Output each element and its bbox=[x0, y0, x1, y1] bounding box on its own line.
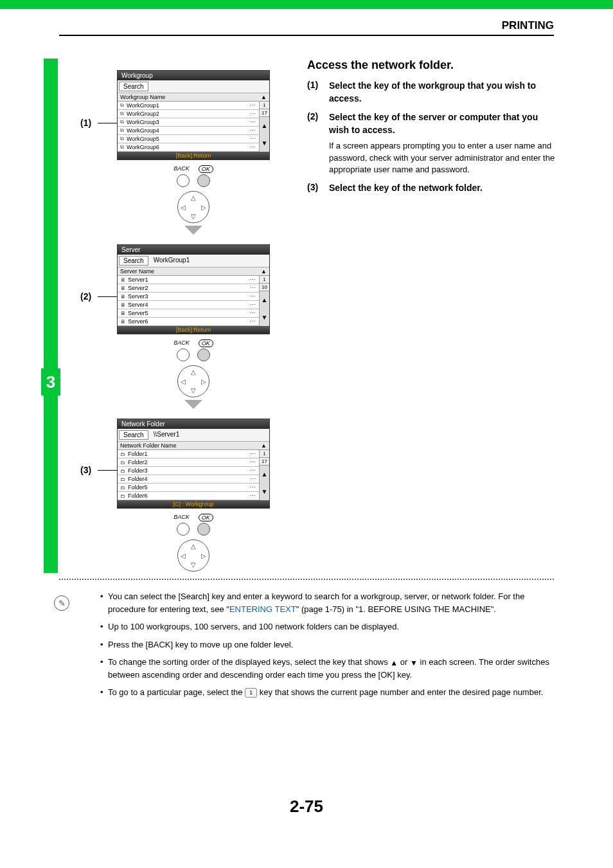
list-item[interactable]: 🖥Server5⋯ bbox=[118, 309, 259, 318]
dpad-right-icon[interactable]: ▷ bbox=[201, 552, 206, 559]
back-button[interactable] bbox=[177, 523, 190, 536]
list-item[interactable]: 🖥Server6⋯ bbox=[118, 318, 259, 326]
dpad-left-icon[interactable]: ◁ bbox=[181, 204, 186, 211]
list-item[interactable]: ⧉WorkGroup6⋯ bbox=[118, 143, 259, 152]
scrollbar[interactable]: 1 17 ▲ ▼ bbox=[259, 102, 269, 152]
dpad-left-icon[interactable]: ◁ bbox=[181, 378, 186, 385]
dpad-ring[interactable]: △ ▽ ◁ ▷ bbox=[177, 365, 209, 397]
dpad-up-icon[interactable]: △ bbox=[191, 543, 196, 550]
list-item[interactable]: 🖥Server3⋯ bbox=[118, 293, 259, 301]
list-item[interactable]: 🖥Server1⋯ bbox=[118, 276, 259, 284]
search-button[interactable]: Search bbox=[119, 256, 148, 266]
panel-workgroup: Workgroup Search Workgroup Name ▲ ⧉WorkG… bbox=[117, 70, 270, 160]
panel-titlebar: Workgroup bbox=[118, 71, 269, 80]
step-badge: 3 bbox=[41, 368, 60, 395]
path-text: WorkGroup1 bbox=[151, 256, 193, 266]
dpad-up-icon[interactable]: △ bbox=[191, 194, 196, 201]
back-button[interactable] bbox=[177, 348, 190, 361]
dpad-right-icon[interactable]: ▷ bbox=[201, 204, 206, 211]
header-rule bbox=[59, 35, 554, 36]
section-header: PRINTING bbox=[502, 19, 554, 32]
folder-icon: 🗀 bbox=[120, 476, 125, 482]
step-number: (2) bbox=[307, 111, 323, 176]
dpad-down-icon[interactable]: ▽ bbox=[191, 213, 196, 220]
scroll-up-icon[interactable]: ▲ bbox=[260, 291, 269, 309]
server-list: 🖥Server1⋯ 🖥Server2⋯ 🖥Server3⋯ 🖥Server4⋯ … bbox=[118, 276, 259, 326]
list-item[interactable]: ⧉WorkGroup3⋯ bbox=[118, 118, 259, 127]
list-item[interactable]: 🗀Folder3⋯ bbox=[118, 467, 259, 475]
panel-folder-block: Network Folder Search \\Server1 Network … bbox=[117, 419, 270, 572]
back-label: BACK bbox=[173, 339, 190, 347]
page-current[interactable]: 1 bbox=[260, 102, 269, 109]
sort-icon: ▲ bbox=[261, 442, 267, 449]
entering-text-link[interactable]: ENTERING TEXT bbox=[229, 604, 296, 614]
top-stripe bbox=[0, 0, 613, 9]
page-current[interactable]: 1 bbox=[260, 276, 269, 284]
step-number: (1) bbox=[307, 80, 323, 105]
dpad-right-icon[interactable]: ▷ bbox=[201, 378, 206, 385]
list-item[interactable]: 🖥Server2⋯ bbox=[118, 284, 259, 293]
workgroup-icon: ⧉ bbox=[120, 102, 124, 109]
column-header[interactable]: Network Folder Name ▲ bbox=[118, 442, 269, 450]
server-icon: 🖥 bbox=[120, 319, 125, 325]
side-stripe bbox=[44, 59, 58, 573]
list-item[interactable]: 🗀Folder5⋯ bbox=[118, 484, 259, 492]
right-column: Access the network folder. (1) Select th… bbox=[307, 59, 558, 201]
page-current[interactable]: 1 bbox=[260, 450, 269, 458]
step-number: (3) bbox=[307, 182, 323, 195]
callout-1-line bbox=[98, 123, 117, 123]
back-button[interactable] bbox=[177, 174, 190, 187]
list-item[interactable]: ⧉WorkGroup5⋯ bbox=[118, 135, 259, 143]
panel-footer: [C] : Workgroup bbox=[118, 500, 269, 508]
server-icon: 🖥 bbox=[120, 311, 125, 316]
page-total: 17 bbox=[260, 109, 269, 117]
flow-arrow-icon bbox=[184, 400, 202, 409]
workgroup-icon: ⧉ bbox=[120, 127, 124, 134]
search-button[interactable]: Search bbox=[119, 82, 148, 91]
ok-button[interactable] bbox=[197, 174, 210, 187]
search-button[interactable]: Search bbox=[119, 430, 148, 440]
list-item[interactable]: 🗀Folder2⋯ bbox=[118, 458, 259, 467]
workgroup-icon: ⧉ bbox=[120, 144, 124, 150]
scrollbar[interactable]: 1 10 ▲ ▼ bbox=[259, 276, 269, 326]
server-icon: 🖥 bbox=[120, 285, 125, 291]
scrollbar[interactable]: 1 17 ▲ ▼ bbox=[259, 450, 269, 500]
callout-2-line bbox=[98, 296, 117, 297]
note-icon: ✎ bbox=[54, 595, 69, 611]
list-item[interactable]: ⧉WorkGroup1⋯ bbox=[118, 102, 259, 110]
folder-list: 🗀Folder1⋯ 🗀Folder2⋯ 🗀Folder3⋯ 🗀Folder4⋯ … bbox=[118, 450, 259, 500]
sort-asc-icon: ▲ bbox=[390, 657, 398, 669]
list-item[interactable]: ⧉WorkGroup2⋯ bbox=[118, 110, 259, 118]
column-header-text: Server Name bbox=[120, 268, 154, 275]
list-item[interactable]: 🗀Folder4⋯ bbox=[118, 475, 259, 484]
scroll-up-icon[interactable]: ▲ bbox=[260, 117, 269, 134]
scroll-down-icon[interactable]: ▼ bbox=[260, 309, 269, 326]
list-item[interactable]: 🗀Folder1⋯ bbox=[118, 450, 259, 458]
scroll-up-icon[interactable]: ▲ bbox=[260, 466, 269, 483]
callout-1-label: (1) bbox=[80, 118, 91, 128]
nav-pad: BACK OK △ ▽ ◁ ▷ bbox=[161, 165, 226, 235]
column-header[interactable]: Workgroup Name ▲ bbox=[118, 93, 269, 102]
panel-footer: [Back]:Return bbox=[118, 152, 269, 159]
scroll-down-icon[interactable]: ▼ bbox=[260, 134, 269, 152]
dpad-up-icon[interactable]: △ bbox=[191, 368, 196, 375]
notes-block: ✎ You can select the [Search] key and en… bbox=[76, 590, 555, 704]
dpad-down-icon[interactable]: ▽ bbox=[191, 387, 196, 394]
column-header[interactable]: Server Name ▲ bbox=[118, 267, 269, 276]
back-label: BACK bbox=[173, 514, 190, 521]
workgroup-icon: ⧉ bbox=[120, 136, 124, 142]
ok-button[interactable] bbox=[197, 523, 210, 536]
scroll-down-icon[interactable]: ▼ bbox=[260, 483, 269, 500]
page-total: 17 bbox=[260, 458, 269, 466]
list-item[interactable]: 🗀Folder6⋯ bbox=[118, 492, 259, 500]
ok-button[interactable] bbox=[197, 348, 210, 361]
dpad-ring[interactable]: △ ▽ ◁ ▷ bbox=[177, 539, 209, 572]
list-item[interactable]: ⧉WorkGroup4⋯ bbox=[118, 127, 259, 135]
dpad-ring[interactable]: △ ▽ ◁ ▷ bbox=[177, 191, 209, 223]
dpad-down-icon[interactable]: ▽ bbox=[191, 561, 196, 568]
dpad-left-icon[interactable]: ◁ bbox=[181, 552, 186, 559]
list-item[interactable]: 🖥Server4⋯ bbox=[118, 301, 259, 309]
workgroup-icon: ⧉ bbox=[120, 111, 124, 117]
page-total: 10 bbox=[260, 284, 269, 291]
panel-search-row: Search WorkGroup1 bbox=[118, 255, 269, 267]
